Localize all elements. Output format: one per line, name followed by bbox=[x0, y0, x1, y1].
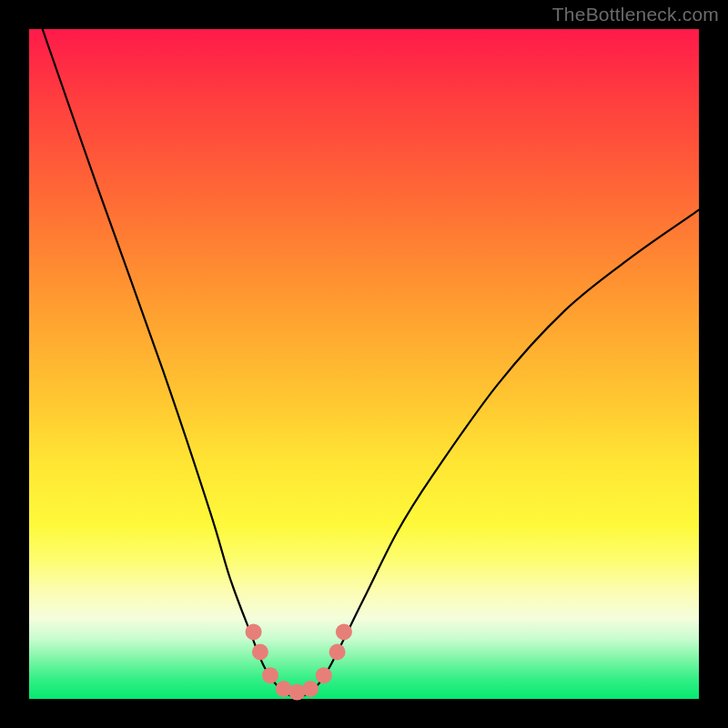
curve-svg bbox=[29, 29, 699, 699]
highlight-dot bbox=[316, 667, 332, 683]
watermark-text: TheBottleneck.com bbox=[552, 4, 719, 25]
chart-frame: TheBottleneck.com bbox=[0, 0, 728, 728]
highlight-dot bbox=[302, 681, 318, 697]
highlight-dot bbox=[246, 623, 262, 640]
bottleneck-curve-path bbox=[43, 29, 699, 697]
plot-area bbox=[29, 29, 699, 699]
highlight-dot bbox=[336, 623, 352, 640]
highlight-dot bbox=[262, 667, 278, 683]
highlight-dot bbox=[329, 644, 346, 661]
highlight-dot bbox=[252, 644, 268, 661]
